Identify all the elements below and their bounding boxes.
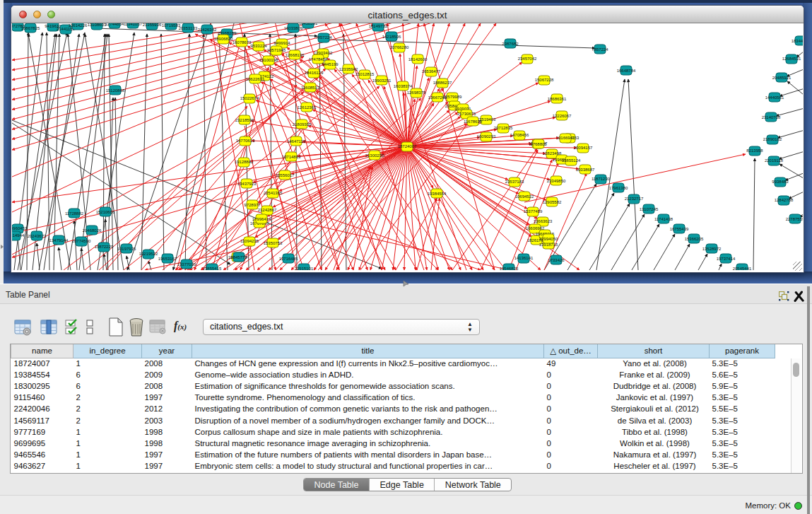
svg-text:20243673: 20243673 bbox=[28, 234, 47, 238]
svg-text:12905582: 12905582 bbox=[543, 200, 562, 204]
svg-text:17996414: 17996414 bbox=[252, 217, 271, 221]
svg-text:14647119: 14647119 bbox=[287, 139, 306, 144]
svg-text:21242867: 21242867 bbox=[258, 208, 277, 212]
svg-text:21809305: 21809305 bbox=[293, 122, 312, 127]
svg-text:20774590: 20774590 bbox=[72, 239, 91, 243]
svg-text:10338687: 10338687 bbox=[576, 168, 595, 172]
svg-text:10571945: 10571945 bbox=[267, 48, 286, 52]
svg-text:13107245: 13107245 bbox=[640, 207, 659, 211]
svg-text:10458591: 10458591 bbox=[299, 23, 318, 25]
svg-text:7857224: 7857224 bbox=[315, 35, 332, 40]
svg-text:19903251: 19903251 bbox=[372, 78, 392, 83]
svg-text:19100198: 19100198 bbox=[259, 58, 278, 62]
svg-text:13716485: 13716485 bbox=[279, 257, 298, 261]
svg-text:23218596: 23218596 bbox=[235, 118, 254, 122]
svg-text:22579989: 22579989 bbox=[443, 95, 462, 99]
svg-text:9445199: 9445199 bbox=[322, 62, 339, 66]
svg-text:19384554: 19384554 bbox=[428, 192, 447, 196]
svg-text:15210606: 15210606 bbox=[96, 210, 115, 214]
svg-text:22994050: 22994050 bbox=[539, 237, 558, 241]
svg-text:17961380: 17961380 bbox=[609, 186, 628, 190]
svg-text:11741438: 11741438 bbox=[654, 217, 673, 221]
svg-text:23140708: 23140708 bbox=[762, 115, 781, 119]
svg-text:10197935: 10197935 bbox=[117, 247, 136, 251]
svg-text:21890162: 21890162 bbox=[763, 137, 782, 141]
svg-text:11728882: 11728882 bbox=[65, 211, 84, 216]
svg-text:19377039: 19377039 bbox=[177, 262, 196, 267]
svg-text:19219522: 19219522 bbox=[139, 252, 158, 256]
svg-text:21355936: 21355936 bbox=[143, 23, 162, 27]
svg-text:11094235: 11094235 bbox=[240, 239, 259, 243]
svg-text:13479144: 13479144 bbox=[49, 238, 69, 243]
svg-text:16033809: 16033809 bbox=[284, 26, 303, 30]
svg-text:9845779: 9845779 bbox=[230, 255, 247, 259]
svg-text:19128842: 19128842 bbox=[235, 160, 254, 164]
svg-text:21012815: 21012815 bbox=[355, 72, 375, 76]
svg-text:12612365: 12612365 bbox=[298, 105, 317, 110]
svg-text:15377459: 15377459 bbox=[524, 209, 543, 214]
svg-text:13663623: 13663623 bbox=[534, 219, 553, 223]
svg-text:18724007: 18724007 bbox=[398, 144, 417, 148]
svg-text:14136141: 14136141 bbox=[514, 256, 534, 260]
svg-text:20485921: 20485921 bbox=[772, 76, 792, 80]
svg-text:12744854: 12744854 bbox=[105, 23, 124, 26]
svg-text:18149732: 18149732 bbox=[369, 24, 388, 28]
svg-text:20353133: 20353133 bbox=[179, 26, 198, 30]
svg-text:10714803: 10714803 bbox=[282, 155, 301, 159]
svg-text:16090293: 16090293 bbox=[477, 134, 496, 139]
svg-text:14770619: 14770619 bbox=[236, 139, 255, 143]
svg-text:18344066: 18344066 bbox=[792, 39, 803, 43]
svg-text:12226067: 12226067 bbox=[553, 114, 572, 118]
svg-text:20766280: 20766280 bbox=[390, 45, 409, 49]
svg-text:23349850: 23349850 bbox=[547, 179, 566, 183]
svg-text:23537183: 23537183 bbox=[505, 180, 524, 184]
svg-text:22915101: 22915101 bbox=[295, 267, 314, 270]
svg-text:22019118: 22019118 bbox=[765, 158, 784, 163]
svg-text:11871230: 11871230 bbox=[592, 177, 611, 181]
svg-text:12684531: 12684531 bbox=[782, 57, 801, 61]
svg-text:21730675: 21730675 bbox=[457, 112, 476, 116]
svg-text:22541365: 22541365 bbox=[264, 191, 283, 195]
svg-text:18886237: 18886237 bbox=[433, 81, 452, 85]
svg-text:21426342: 21426342 bbox=[198, 28, 217, 32]
svg-text:20545441: 20545441 bbox=[733, 267, 752, 270]
svg-text:11341057: 11341057 bbox=[124, 23, 143, 26]
svg-text:2387682: 2387682 bbox=[502, 42, 519, 46]
svg-text:16536477: 16536477 bbox=[422, 69, 441, 74]
svg-text:19653167: 19653167 bbox=[158, 257, 177, 261]
svg-text:11608513: 11608513 bbox=[301, 86, 320, 90]
svg-text:16755439: 16755439 bbox=[670, 227, 689, 231]
svg-text:18686361: 18686361 bbox=[548, 97, 567, 101]
svg-text:14960453: 14960453 bbox=[12, 226, 28, 230]
svg-text:13614226: 13614226 bbox=[69, 23, 88, 28]
svg-text:9768805: 9768805 bbox=[530, 142, 547, 146]
svg-text:23855415: 23855415 bbox=[203, 267, 222, 270]
svg-text:16038374: 16038374 bbox=[394, 84, 413, 88]
svg-text:9728977: 9728977 bbox=[244, 203, 261, 207]
svg-text:20712835: 20712835 bbox=[494, 126, 513, 130]
svg-text:9533224: 9533224 bbox=[250, 44, 267, 48]
svg-text:10867825: 10867825 bbox=[21, 26, 40, 30]
svg-text:1733426: 1733426 bbox=[548, 258, 565, 262]
svg-text:23457042: 23457042 bbox=[518, 57, 537, 61]
svg-text:11678638: 11678638 bbox=[464, 119, 483, 124]
svg-text:8213958: 8213958 bbox=[746, 148, 763, 153]
svg-text:10166941: 10166941 bbox=[556, 136, 575, 140]
svg-text:16648784: 16648784 bbox=[617, 69, 636, 73]
svg-text:14218506: 14218506 bbox=[382, 35, 401, 39]
svg-text:20468026: 20468026 bbox=[83, 228, 102, 233]
svg-text:20094157: 20094157 bbox=[574, 146, 593, 150]
svg-text:12842788: 12842788 bbox=[775, 198, 794, 202]
svg-text:18416129: 18416129 bbox=[305, 71, 324, 75]
svg-text:12514944: 12514944 bbox=[12, 233, 25, 238]
svg-text:13108603: 13108603 bbox=[88, 23, 107, 27]
svg-text:14440561: 14440561 bbox=[765, 95, 784, 100]
svg-text:21232717: 21232717 bbox=[625, 197, 644, 201]
svg-text:15120868: 15120868 bbox=[106, 88, 125, 93]
svg-text:13437923: 13437923 bbox=[237, 182, 257, 186]
svg-text:18142600: 18142600 bbox=[408, 57, 428, 62]
svg-text:12698379: 12698379 bbox=[407, 90, 426, 95]
svg-text:16078673: 16078673 bbox=[233, 40, 252, 45]
svg-text:15366205: 15366205 bbox=[685, 237, 704, 241]
svg-text:19546825: 19546825 bbox=[500, 267, 519, 270]
